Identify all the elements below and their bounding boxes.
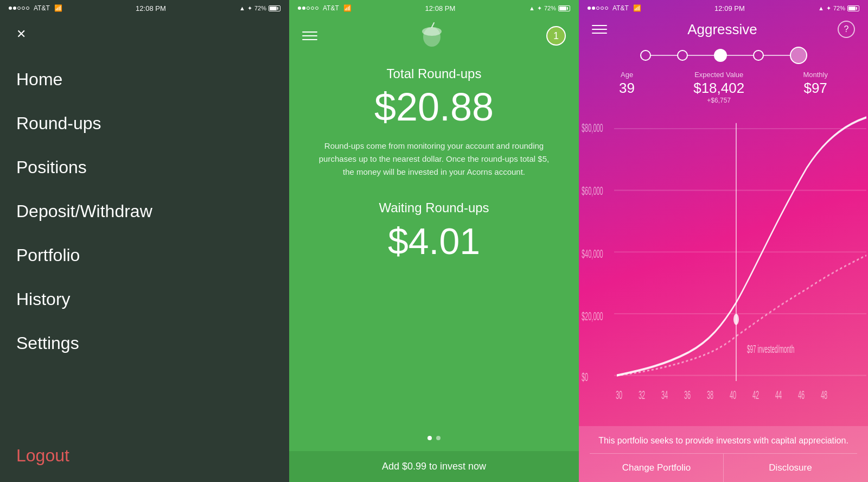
stats-row: Age 39 Expected Value $18,402 +$6,757 Mo… [579, 66, 868, 106]
time-label-1: 12:08 PM [136, 4, 166, 12]
age-value: 39 [619, 80, 635, 97]
invest-footer[interactable]: Add $0.99 to invest now [289, 451, 579, 482]
dot3-1 [588, 7, 591, 10]
menu-items-list: Home Round-ups Positions Deposit/Withdra… [0, 47, 289, 434]
roundups-panel: AT&T 📶 12:08 PM ▲ ✦ 72% 1 T [289, 0, 579, 482]
dot3-2 [592, 7, 595, 10]
hamburger-line-2 [302, 35, 317, 36]
dot1 [9, 7, 12, 10]
menu-item-portfolio[interactable]: Portfolio [16, 233, 273, 277]
page-indicator [427, 436, 441, 451]
location-icon-2: ▲ [529, 5, 535, 11]
svg-point-1 [422, 27, 442, 36]
carrier-label-2: AT&T [323, 4, 339, 12]
hamburger-line-1 [302, 31, 317, 33]
svg-text:44: 44 [775, 388, 782, 402]
logout-button[interactable]: Logout [0, 434, 289, 482]
signal-dots-2 [298, 7, 318, 10]
hamburger-line-3 [302, 39, 317, 40]
svg-text:36: 36 [684, 388, 691, 402]
prog-dot-4[interactable] [753, 50, 764, 61]
dot3-5 [605, 7, 608, 10]
carrier-label-3: AT&T [612, 4, 629, 12]
roundups-description: Round-ups come from monitoring your acco… [311, 139, 557, 179]
portfolio-bottom: This portfolio seeks to provide investor… [579, 426, 868, 482]
prog-line-4 [764, 55, 790, 56]
time-label-3: 12:09 PM [714, 4, 745, 12]
menu-item-home[interactable]: Home [16, 58, 273, 102]
portfolio-panel: AT&T 📶 12:09 PM ▲ ✦ 72% Aggressive ? [579, 0, 868, 482]
menu-item-positions[interactable]: Positions [16, 145, 273, 189]
help-button[interactable]: ? [838, 21, 855, 38]
acorn-icon [419, 22, 445, 50]
battery-pct-1: 72% [254, 5, 266, 11]
disclosure-button[interactable]: Disclosure [724, 454, 857, 482]
time-label-2: 12:08 PM [425, 4, 456, 12]
stat-monthly: Monthly $97 [803, 71, 828, 104]
status-bar-2: AT&T 📶 12:08 PM ▲ ✦ 72% [289, 0, 579, 16]
hamburger-button-3[interactable] [592, 25, 607, 34]
dot2-1 [298, 7, 301, 10]
wifi-icon-2: 📶 [343, 4, 352, 12]
battery-info-3: ▲ ✦ 72% [818, 5, 859, 12]
prog-dot-3[interactable] [714, 49, 727, 62]
carrier-signal-3: AT&T 📶 [588, 4, 641, 12]
battery-pct-3: 72% [833, 5, 845, 11]
portfolio-description: This portfolio seeks to provide investor… [590, 435, 857, 447]
svg-text:46: 46 [798, 388, 805, 402]
prog-dot-1[interactable] [640, 50, 651, 61]
waiting-label: Waiting Round-ups [311, 200, 557, 215]
prog-dot-2[interactable] [677, 50, 688, 61]
notification-badge[interactable]: 1 [546, 26, 566, 46]
signal-dots-3 [588, 7, 608, 10]
ham3-line-2 [592, 29, 607, 30]
menu-item-deposit[interactable]: Deposit/Withdraw [16, 189, 273, 233]
hamburger-button[interactable] [302, 31, 317, 40]
carrier-signal-2: AT&T 📶 [298, 4, 352, 12]
status-bar-3: AT&T 📶 12:09 PM ▲ ✦ 72% [579, 0, 868, 16]
dot2 [13, 7, 16, 10]
svg-text:$0: $0 [582, 370, 588, 384]
signal-dots [9, 7, 29, 10]
dot2-4 [311, 7, 314, 10]
svg-text:$20,000: $20,000 [582, 309, 603, 323]
svg-text:30: 30 [616, 388, 622, 402]
dot3 [17, 7, 21, 10]
battery-info-2: ▲ ✦ 72% [529, 5, 570, 12]
total-roundups-label: Total Round-ups [387, 66, 482, 81]
dot2-2 [302, 7, 305, 10]
prog-dot-5[interactable] [790, 47, 807, 64]
waiting-section: Waiting Round-ups $4.01 [311, 200, 557, 262]
waiting-amount: $4.01 [311, 220, 557, 262]
stat-age: Age 39 [619, 71, 635, 104]
menu-item-roundups[interactable]: Round-ups [16, 102, 273, 145]
battery-info-1: ▲ ✦ 72% [239, 5, 280, 12]
battery-pct-2: 72% [544, 5, 556, 11]
svg-text:40: 40 [730, 388, 736, 402]
bt-icon-2: ✦ [537, 5, 542, 12]
svg-text:38: 38 [707, 388, 713, 402]
change-portfolio-button[interactable]: Change Portfolio [590, 454, 724, 482]
close-button[interactable]: ✕ [0, 16, 289, 47]
prog-line-1 [651, 55, 677, 56]
ham3-line-1 [592, 25, 607, 26]
menu-item-settings[interactable]: Settings [16, 321, 273, 365]
battery-tip-3 [856, 7, 857, 10]
page-dot-2 [436, 436, 441, 440]
status-bar-1: AT&T 📶 12:08 PM ▲ ✦ 72% [0, 0, 289, 16]
portfolio-progress [579, 40, 868, 66]
prog-line-3 [727, 55, 753, 56]
svg-text:$60,000: $60,000 [582, 184, 603, 198]
battery-icon-1 [269, 5, 280, 11]
wifi-icon-3: 📶 [633, 4, 641, 12]
bt-icon-3: ✦ [826, 5, 831, 12]
age-label: Age [621, 71, 633, 79]
svg-text:48: 48 [821, 388, 827, 402]
battery-fill-1 [270, 7, 277, 10]
battery-tip-1 [277, 7, 278, 10]
menu-item-history[interactable]: History [16, 277, 273, 321]
roundups-header: 1 [289, 16, 579, 55]
monthly-value: $97 [803, 80, 827, 97]
svg-text:$40,000: $40,000 [582, 246, 603, 260]
svg-line-2 [432, 23, 434, 27]
